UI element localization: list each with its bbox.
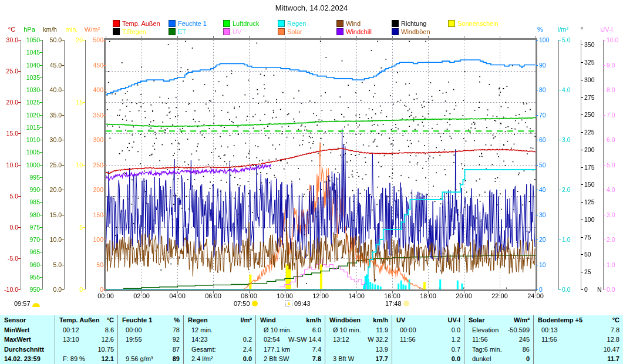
axis-tick-sunshine: 15: [57, 99, 83, 106]
axis-tick-uv: 7.0: [607, 112, 615, 119]
axis-tick-windspeed: 15.0: [36, 212, 62, 218]
axis-tick-solar: 250: [78, 162, 103, 168]
cell-value: 6.0: [312, 325, 321, 335]
axis-tick-direction: 125: [584, 199, 595, 205]
time-tick-label: 00:00: [97, 292, 114, 299]
table-cell: 02:54W-SW 14.4: [256, 335, 325, 345]
legend-label: Windchill: [346, 28, 372, 35]
cell-label: F: 89 %: [59, 354, 85, 364]
legend-label: Solar: [287, 28, 302, 35]
table-column-temp-au-en: Temp. Außen°C00:128.613:1012.610.75F: 89…: [55, 315, 117, 364]
time-tick-label: 02:00: [133, 292, 150, 299]
legend-label: Richtung: [401, 20, 426, 27]
axis-tick-pressure: 1035: [14, 75, 40, 81]
axis-tick-direction: 150: [584, 181, 595, 188]
table-header-cell: Sensor: [0, 315, 55, 325]
axis-tick-humidity: 20: [539, 237, 546, 243]
axis-tick-uv: 10.0: [607, 37, 618, 43]
axis-tick-uv: 2.0: [607, 237, 615, 243]
legend-label: ET: [178, 28, 186, 35]
axis-unit-windspeed: km/h: [43, 26, 57, 33]
axis-tick-uv: 0.0: [607, 287, 615, 293]
table-cell: 2 Bft SW7.8: [256, 354, 325, 364]
table-cell: 11:5612.8: [534, 335, 623, 345]
table-cell: 00:137.8: [534, 325, 623, 335]
time-tick-label: 20:00: [456, 292, 472, 299]
axis-tick-direction: 250: [584, 112, 595, 118]
axis-tick-pressure: 1015: [14, 124, 40, 131]
weather-plot-canvas: [0, 0, 623, 364]
cell-label: 14:23: [188, 335, 208, 345]
table-cell: Gesamt:2.4: [184, 345, 255, 355]
axis-tick-rain: 2.0: [562, 187, 571, 193]
axis-tick-humidity: 100: [539, 37, 550, 43]
axis-tick-humidity: 90: [539, 62, 546, 69]
axis-tick-pressure: 1005: [14, 149, 40, 156]
axis-tick-windspeed: 10.0: [36, 237, 62, 243]
axis-tick-direction: 275: [584, 95, 595, 101]
legend-swatch-windchill-icon: [336, 28, 344, 35]
cell-value: W 32.2: [368, 335, 388, 345]
axis-tick-direction: 300: [584, 77, 595, 83]
cell-value: 89: [173, 354, 180, 364]
cell-value: 7.8: [611, 325, 619, 335]
table-cell: 00:128.6: [55, 325, 117, 335]
sun-event-marker: 17:48: [385, 300, 409, 307]
table-cell: dunkel0: [464, 354, 533, 364]
table-cell: Tag:6 min.86: [464, 345, 533, 355]
legend-label: Temp. Außen: [122, 20, 160, 27]
axis-tick-solar: 50: [78, 262, 103, 268]
axis-tick-solar: 400: [78, 87, 103, 93]
legend-label: Wind: [346, 20, 361, 27]
stats-table: SensorMinWertMaxWertDurchschnitt14.02. 2…: [0, 315, 623, 364]
table-cell: Ø 10 min.11.9: [325, 325, 392, 335]
axis-tick-rain: 4.0: [562, 87, 571, 93]
table-cell: F: 89 %12.1: [55, 354, 117, 364]
cell-value: 92: [173, 335, 180, 345]
axis-tick-solar: 350: [78, 112, 103, 119]
cell-label: Gesamt:: [188, 345, 216, 355]
cell-label: 00:00: [122, 325, 142, 335]
axis-tick-direction: 325: [584, 59, 595, 66]
cell-label: [329, 345, 333, 355]
legend-item-windboeen: Windböen: [392, 28, 430, 35]
axis-tick-windspeed: 30.0: [36, 137, 62, 143]
axis-tick-humidity: 60: [539, 137, 546, 143]
sunrise-icon: [252, 301, 258, 306]
cell-label: 2 Bft SW: [260, 354, 289, 364]
cell-label: Ø 10 min.: [329, 325, 361, 335]
table-column-solar: SolarW/m²Elevation-50.59911:56245Tag:6 m…: [464, 315, 533, 364]
legend-label: Sonnenschein: [457, 20, 499, 27]
legend-item-uv: UV: [223, 28, 241, 35]
axis-tick-direction: 175: [584, 164, 595, 171]
cell-label: 177.1 km: [260, 345, 290, 355]
sun-event-time: 07:50: [234, 300, 250, 307]
column-unit: km/h: [306, 315, 321, 325]
axis-tick-direction: 100: [584, 217, 595, 223]
cell-label: [396, 354, 400, 364]
cell-value: 11.7: [607, 354, 619, 364]
axis-tick-humidity: 10: [539, 262, 546, 268]
table-header-cell: Windböenkm/h: [325, 315, 392, 325]
sun-event-marker: ▲09:43: [285, 300, 311, 307]
axis-tick-humidity: 80: [539, 87, 546, 93]
cell-label: 12 min.: [188, 325, 213, 335]
cell-label: 02:54: [260, 335, 280, 345]
axis-tick-sunshine: 5: [57, 224, 83, 231]
sunset-icon: [403, 301, 409, 306]
cell-value: 12.8: [607, 335, 619, 345]
axis-tick-direction: 350: [584, 42, 595, 48]
axis-tick-temp: 5.0: [0, 193, 18, 200]
time-tick-label: 10:00: [277, 292, 293, 299]
table-header-cell: Windkm/h: [256, 315, 325, 325]
axis-tick-solar: 300: [78, 137, 103, 143]
axis-tick-uv: 5.0: [607, 162, 615, 168]
legend-label: UV: [233, 28, 241, 35]
axis-unit-solar: W/m²: [85, 26, 100, 33]
table-row-label: MaxWert: [0, 335, 55, 345]
cell-value: 0: [526, 354, 530, 364]
page-title: Mittwoch, 14.02.2024: [0, 4, 623, 12]
axis-unit-temp: °C: [8, 26, 15, 33]
cell-label: [538, 345, 541, 355]
cell-value: 11.9: [376, 325, 388, 335]
